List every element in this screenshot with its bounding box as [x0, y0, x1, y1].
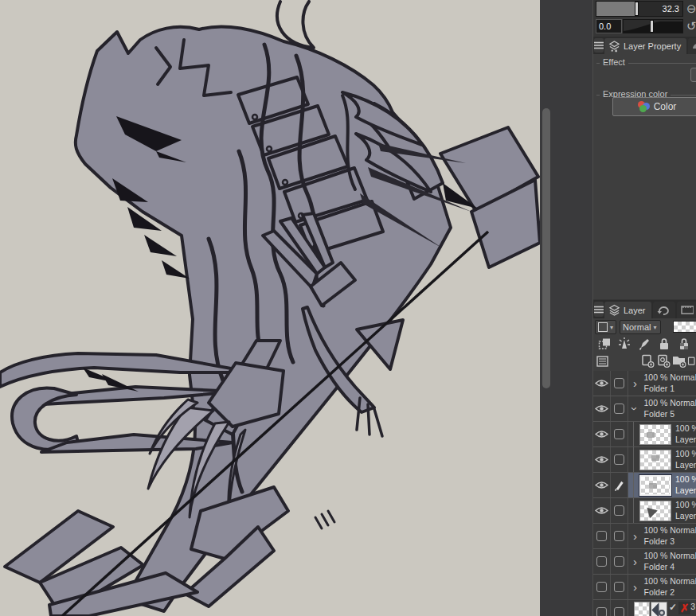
- folder-tree-line: [633, 498, 634, 523]
- layer-thumbnail[interactable]: [639, 501, 671, 521]
- layer-color-dropdown[interactable]: ▾: [595, 320, 616, 334]
- layer-row-folder-2[interactable]: › 100 % Normal Folder 2: [593, 575, 696, 600]
- checkbox-cell[interactable]: [611, 600, 628, 616]
- checkbox[interactable]: [614, 556, 624, 567]
- tab-timeline-partial[interactable]: [677, 302, 696, 318]
- tab-layer-property[interactable]: Layer Property: [604, 38, 686, 54]
- expand-arrow-icon[interactable]: ›: [631, 530, 639, 542]
- clip-to-layer-below-icon[interactable]: [596, 336, 612, 351]
- brush-size-slider[interactable]: 32.3: [596, 1, 683, 17]
- visibility-cell[interactable]: [593, 524, 611, 548]
- mask-disabled-box[interactable]: ✗: [678, 602, 690, 614]
- checkbox-cell[interactable]: [611, 524, 628, 548]
- visibility-off-box[interactable]: [596, 531, 607, 541]
- layer-thumbnail[interactable]: [639, 450, 671, 470]
- draft-layer-icon[interactable]: [636, 336, 652, 351]
- blend-mode-dropdown[interactable]: Normal ▾: [620, 320, 661, 334]
- new-raster-layer-icon[interactable]: [639, 353, 655, 368]
- checkbox-cell[interactable]: [611, 498, 628, 523]
- expand-arrow-icon[interactable]: ›: [631, 556, 639, 567]
- layer-row[interactable]: 100 % Normal Layer: [593, 447, 696, 473]
- slider-handle[interactable]: [650, 20, 654, 33]
- visibility-cell[interactable]: [593, 575, 611, 599]
- visibility-off-box[interactable]: [596, 607, 607, 616]
- checkbox[interactable]: [614, 607, 624, 616]
- thumbnail-mark: [649, 483, 657, 489]
- layer-row-folder-5[interactable]: › 100 % Normal Folder 5: [593, 396, 696, 422]
- checkbox-cell[interactable]: [611, 447, 628, 472]
- layer-thumbnail[interactable]: [634, 602, 650, 616]
- layer-property-body: Effect Expression color Color: [593, 54, 696, 299]
- layer-percent: 3: [690, 602, 695, 611]
- lock-transparent-pixels-icon[interactable]: [676, 336, 692, 351]
- thumbnail-drawing: [647, 505, 659, 518]
- pressure-curve-slider[interactable]: [623, 19, 683, 33]
- layer-name: Folder 2: [643, 587, 696, 598]
- checkbox[interactable]: [614, 454, 624, 465]
- canvas-artwork[interactable]: [0, 0, 540, 616]
- transfer-layer-icon-partial[interactable]: [687, 353, 696, 368]
- visibility-cell[interactable]: [593, 396, 611, 421]
- collapse-arrow-icon[interactable]: ›: [629, 404, 641, 413]
- layer-row[interactable]: 100 % Normal Layer: [593, 498, 696, 524]
- canvas-viewport[interactable]: [0, 0, 592, 616]
- reset-rotate-icon[interactable]: ↺: [686, 19, 696, 33]
- reference-layer-icon[interactable]: [616, 336, 632, 351]
- layer-percent: 100 % Normal: [643, 525, 696, 536]
- checkbox-cell[interactable]: [611, 549, 628, 574]
- visibility-off-box[interactable]: [596, 556, 607, 567]
- tab-layer[interactable]: Layer: [604, 302, 651, 318]
- checkbox-cell[interactable]: [611, 422, 628, 446]
- material-icon[interactable]: [651, 602, 667, 616]
- layer-thumbnail[interactable]: [639, 424, 671, 445]
- value-input[interactable]: 0.0: [596, 19, 622, 33]
- expression-color-button[interactable]: Color: [612, 97, 696, 116]
- thumbnail-mark: [651, 455, 659, 461]
- eye-icon: [595, 506, 608, 515]
- lock-layer-icon[interactable]: [656, 336, 672, 351]
- circle-minus-icon[interactable]: ⊖: [686, 2, 696, 16]
- vertical-scrollbar-thumb[interactable]: [542, 108, 550, 388]
- checkbox[interactable]: [614, 404, 624, 414]
- panel-menu-button[interactable]: [594, 38, 604, 53]
- checkbox[interactable]: [614, 505, 624, 516]
- slider-handle[interactable]: [635, 2, 639, 16]
- tab-next-partial[interactable]: [688, 38, 696, 54]
- layer-row-folder-1[interactable]: › 100 % Normal Folder 1: [593, 371, 696, 396]
- visibility-cell[interactable]: [593, 473, 611, 497]
- tab-undo-history[interactable]: [653, 302, 675, 318]
- expand-arrow-icon[interactable]: ›: [631, 581, 639, 593]
- layer-thumbnail[interactable]: [639, 475, 671, 496]
- checkbox[interactable]: [614, 531, 624, 541]
- visibility-cell[interactable]: [593, 422, 611, 446]
- opacity-indicator[interactable]: [673, 321, 696, 333]
- effect-button-partial[interactable]: [690, 68, 696, 82]
- visibility-off-box[interactable]: [596, 582, 607, 592]
- checkbox[interactable]: [614, 378, 624, 388]
- expand-arrow-icon[interactable]: ›: [631, 377, 639, 389]
- visibility-cell[interactable]: [593, 371, 611, 396]
- layer-row-folder-3[interactable]: › 100 % Normal Folder 3: [593, 524, 696, 549]
- editing-cell[interactable]: [611, 473, 628, 497]
- visibility-cell[interactable]: [593, 447, 611, 472]
- visibility-cell[interactable]: [593, 600, 611, 616]
- layer-percent: 100 % Normal: [643, 398, 696, 409]
- new-folder-icon[interactable]: [671, 353, 687, 368]
- layer-row-folder-4[interactable]: › 100 % Normal Folder 4: [593, 549, 696, 575]
- checkbox-cell[interactable]: [611, 575, 628, 599]
- panel-menu-button[interactable]: [594, 302, 604, 317]
- visibility-cell[interactable]: [593, 498, 611, 523]
- layer-row-special[interactable]: ✓ ✗ 3: [593, 600, 696, 616]
- visibility-cell[interactable]: [593, 549, 611, 574]
- checkbox[interactable]: [614, 429, 624, 439]
- second-slider-row: 0.0 ↺: [596, 19, 683, 33]
- checkbox[interactable]: [614, 582, 624, 592]
- checkbox-cell[interactable]: [611, 396, 628, 421]
- folder-tree-line: [633, 422, 634, 446]
- layer-row-selected[interactable]: 100 % Normal Layer: [593, 473, 696, 498]
- palette-list-icon[interactable]: [595, 353, 611, 368]
- eye-icon: [595, 455, 608, 464]
- checkbox-cell[interactable]: [611, 371, 628, 396]
- layer-row[interactable]: 100 % Normal Layer: [593, 422, 696, 447]
- new-correction-layer-icon[interactable]: [655, 353, 671, 368]
